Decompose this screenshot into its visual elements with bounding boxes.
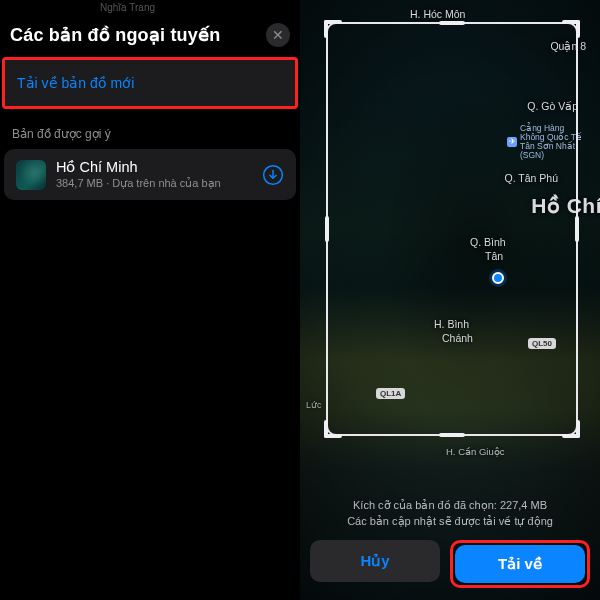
left-pane-offline-maps: Nghĩa Trang Các bản đồ ngoại tuyến ✕ Tải… (0, 0, 300, 600)
map-label-luc: Lức (306, 400, 322, 410)
download-icon[interactable] (262, 164, 284, 186)
download-button[interactable]: Tải về (455, 545, 585, 583)
selection-handle-left[interactable] (325, 216, 329, 242)
map-label-hoc-mon: H. Hóc Môn (410, 8, 465, 20)
map-thumbnail (16, 160, 46, 190)
selection-handle-tr[interactable] (562, 20, 580, 38)
cancel-button-label: Hủy (360, 552, 389, 570)
suggested-map-title: Hồ Chí Minh (56, 159, 252, 175)
screenshot-pair: Nghĩa Trang Các bản đồ ngoại tuyến ✕ Tải… (0, 0, 600, 600)
page-title: Các bản đồ ngoại tuyến (10, 24, 220, 46)
map-selection-frame[interactable] (326, 22, 578, 436)
suggested-map-subtitle: 384,7 MB · Dựa trên nhà của bạn (56, 177, 252, 190)
right-pane-map-select: H. Hóc Môn Quận 8 Q. Gò Vấp ✈ Cảng Hàng … (300, 0, 600, 600)
suggested-section-label: Bản đồ được gợi ý (0, 109, 300, 149)
download-new-map-label: Tải về bản đồ mới (17, 75, 134, 91)
sheet-button-row: Hủy Tải về (310, 540, 590, 588)
sheet-size-line: Kích cỡ của bản đồ đã chọn: 227,4 MB (310, 498, 590, 514)
cancel-button[interactable]: Hủy (310, 540, 440, 582)
selection-handle-bottom[interactable] (439, 433, 465, 437)
selection-handle-top[interactable] (439, 21, 465, 25)
close-icon: ✕ (272, 28, 284, 42)
suggested-map-info: Hồ Chí Minh 384,7 MB · Dựa trên nhà của … (56, 159, 252, 190)
selection-handle-tl[interactable] (324, 20, 342, 38)
selection-handle-bl[interactable] (324, 420, 342, 438)
suggested-map-row[interactable]: Hồ Chí Minh 384,7 MB · Dựa trên nhà của … (4, 149, 296, 200)
sheet-info-text: Kích cỡ của bản đồ đã chọn: 227,4 MB Các… (310, 498, 590, 530)
download-new-map-row[interactable]: Tải về bản đồ mới (5, 60, 295, 106)
sheet-autoupdate-line: Các bản cập nhật sẽ được tải về tự động (310, 514, 590, 530)
selection-handle-right[interactable] (575, 216, 579, 242)
status-text: Nghĩa Trang (0, 0, 300, 17)
selection-handle-br[interactable] (562, 420, 580, 438)
download-button-label: Tải về (498, 555, 542, 573)
close-button[interactable]: ✕ (266, 23, 290, 47)
highlight-download-button: Tải về (450, 540, 590, 588)
sheet-header: Các bản đồ ngoại tuyến ✕ (0, 17, 300, 57)
highlight-download-new: Tải về bản đồ mới (2, 57, 298, 109)
download-sheet: Kích cỡ của bản đồ đã chọn: 227,4 MB Các… (300, 488, 600, 600)
map-label-can-giuoc: H. Cần Giuộc (446, 446, 504, 457)
